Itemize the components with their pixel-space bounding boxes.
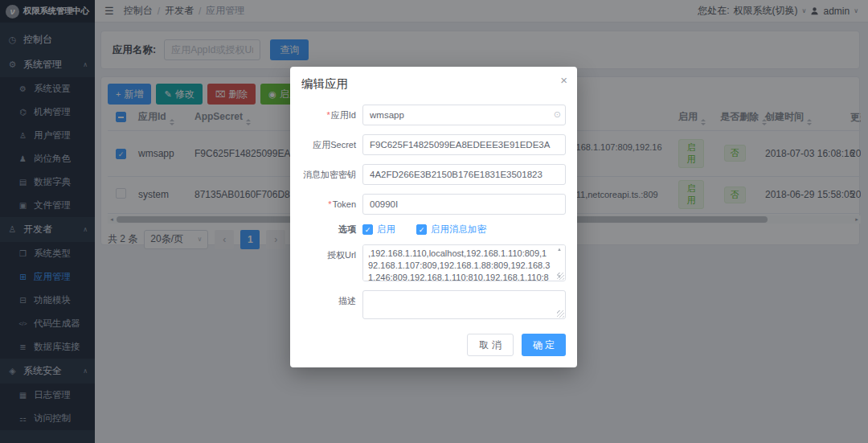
field-label: *应用Id (301, 110, 356, 121)
close-icon[interactable]: × (560, 74, 567, 86)
field-auth-url: 授权Url ,192.168.1.110,localhost,192.168.1… (301, 244, 566, 281)
auth-url-textarea[interactable]: ,192.168.1.110,localhost,192.168.1.110:8… (362, 244, 566, 281)
field-label: 应用Secret (301, 140, 356, 150)
field-desc: 描述 (301, 290, 566, 319)
field-label: 描述 (301, 290, 356, 306)
enable-checkbox-group[interactable]: 启用 (362, 224, 395, 236)
dialog-footer: 取 消 确 定 (301, 334, 566, 356)
desc-textarea[interactable] (362, 290, 566, 319)
field-app-secret: 应用Secret (301, 134, 566, 155)
resize-grip[interactable] (557, 273, 564, 280)
encrypt-checkbox-group[interactable]: 启用消息加密 (416, 224, 486, 236)
token-input[interactable] (362, 194, 566, 215)
msg-key-input[interactable] (362, 164, 566, 185)
scroll-up-icon[interactable]: ▲ (557, 247, 562, 252)
checkbox-label: 启用 (377, 224, 395, 236)
field-msg-key: 消息加密密钥 (301, 164, 566, 185)
label-text: Token (333, 199, 356, 209)
field-options: 选项 启用 启用消息加密 (301, 224, 566, 236)
clear-circle-icon[interactable]: ⊙ (554, 109, 561, 120)
cancel-button[interactable]: 取 消 (467, 334, 513, 356)
field-label: 授权Url (301, 244, 356, 260)
field-token: *Token (301, 194, 566, 215)
resize-grip[interactable] (557, 310, 564, 318)
app-id-input[interactable] (362, 105, 566, 125)
edit-app-dialog: 编辑应用 × *应用Id ⊙ 应用Secret 消息加密密钥 *Token 选项… (290, 67, 577, 367)
required-mark: * (327, 110, 330, 120)
required-mark: * (328, 199, 331, 209)
encrypt-checkbox[interactable] (416, 224, 427, 235)
field-app-id: *应用Id ⊙ (301, 105, 566, 125)
field-label: 选项 (301, 224, 356, 235)
app-secret-input[interactable] (362, 134, 566, 155)
label-text: 应用Id (331, 110, 356, 120)
field-label: 消息加密密钥 (301, 170, 356, 180)
checkbox-label: 启用消息加密 (431, 224, 486, 236)
field-label: *Token (301, 199, 356, 210)
confirm-button[interactable]: 确 定 (522, 334, 566, 356)
dialog-title: 编辑应用 (301, 76, 566, 92)
enable-checkbox[interactable] (362, 224, 373, 235)
